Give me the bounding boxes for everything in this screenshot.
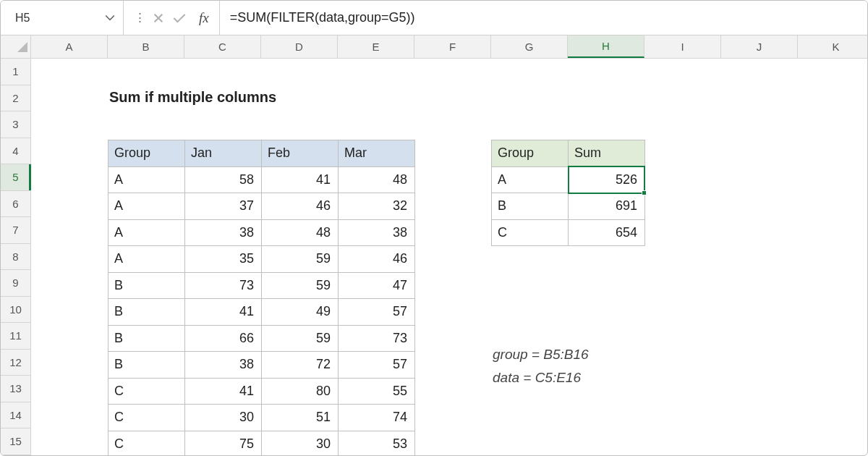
table-cell[interactable]: 48: [262, 219, 339, 246]
table-cell[interactable]: B: [109, 272, 185, 299]
table-cell[interactable]: 38: [185, 352, 262, 379]
table-cell[interactable]: A: [109, 166, 185, 193]
table-header[interactable]: Feb: [262, 140, 339, 167]
table-cell[interactable]: 30: [185, 405, 262, 431]
table-cell[interactable]: 58: [185, 166, 262, 193]
vertical-dots-icon[interactable]: ⋮: [134, 10, 144, 25]
table-cell[interactable]: 41: [185, 299, 262, 326]
main-data-table: GroupJanFebMar A584148A374632A384838A355…: [108, 140, 415, 455]
row-header-3[interactable]: 3: [1, 111, 30, 138]
column-header-C[interactable]: C: [184, 35, 261, 58]
chevron-down-icon[interactable]: [103, 11, 117, 25]
column-header-A[interactable]: A: [31, 35, 108, 58]
table-cell[interactable]: A: [109, 246, 185, 273]
table-cell[interactable]: 59: [262, 272, 339, 299]
table-cell[interactable]: A: [109, 219, 185, 246]
cancel-icon[interactable]: [153, 12, 164, 24]
table-cell[interactable]: 66: [185, 325, 262, 352]
row-header-4[interactable]: 4: [1, 138, 30, 165]
table-header[interactable]: Mar: [339, 140, 415, 167]
table-cell[interactable]: A: [109, 193, 185, 220]
row-header-15[interactable]: 15: [1, 428, 30, 455]
table-cell[interactable]: 41: [262, 166, 339, 193]
table-cell[interactable]: 53: [339, 431, 415, 455]
table-cell[interactable]: 57: [339, 352, 415, 379]
table-cell[interactable]: 73: [185, 272, 262, 299]
row-header-11[interactable]: 11: [1, 323, 30, 350]
row-header-10[interactable]: 10: [1, 297, 30, 324]
table-cell[interactable]: 35: [185, 246, 262, 273]
row-header-13[interactable]: 13: [1, 376, 30, 402]
table-cell[interactable]: 74: [339, 405, 415, 431]
column-headers: ABCDEFGHIJK: [1, 35, 867, 59]
table-header[interactable]: Sum: [569, 140, 645, 167]
table-cell[interactable]: 46: [262, 193, 339, 220]
row-header-9[interactable]: 9: [1, 270, 30, 297]
table-cell[interactable]: 59: [262, 246, 339, 273]
formula-actions: ⋮ fx: [124, 1, 220, 35]
table-cell[interactable]: 73: [339, 325, 415, 352]
fx-icon[interactable]: fx: [195, 10, 213, 26]
column-header-E[interactable]: E: [338, 35, 414, 58]
formula-input[interactable]: =SUM(FILTER(data,group=G5)): [220, 1, 867, 35]
table-row: C654: [492, 219, 645, 246]
column-header-B[interactable]: B: [108, 35, 184, 58]
row-header-5[interactable]: 5: [1, 164, 30, 191]
table-cell[interactable]: 75: [185, 431, 262, 455]
column-header-F[interactable]: F: [414, 35, 491, 58]
row-header-7[interactable]: 7: [1, 217, 30, 244]
table-cell[interactable]: 49: [262, 299, 339, 326]
table-cell[interactable]: 654: [569, 219, 645, 246]
table-cell[interactable]: 41: [185, 378, 262, 405]
row-header-1[interactable]: 1: [1, 59, 30, 85]
table-row: A584148: [109, 166, 415, 193]
table-cell[interactable]: 59: [262, 325, 339, 352]
table-cell[interactable]: C: [492, 219, 569, 246]
table-cell[interactable]: B: [109, 325, 185, 352]
table-cell[interactable]: B: [109, 352, 185, 379]
table-cell[interactable]: 47: [339, 272, 415, 299]
row-header-6[interactable]: 6: [1, 191, 30, 218]
table-cell[interactable]: C: [109, 378, 185, 405]
column-header-J[interactable]: J: [721, 35, 798, 58]
select-all-corner[interactable]: [1, 35, 31, 58]
column-header-K[interactable]: K: [798, 35, 868, 58]
table-cell[interactable]: 691: [569, 193, 645, 220]
table-header[interactable]: Group: [109, 140, 185, 167]
table-cell[interactable]: 38: [185, 219, 262, 246]
row-header-2[interactable]: 2: [1, 85, 30, 112]
table-cell[interactable]: C: [109, 405, 185, 431]
table-cell[interactable]: B: [492, 193, 569, 220]
table-row: C753053: [109, 431, 415, 455]
table-cell[interactable]: 30: [262, 431, 339, 455]
row-header-12[interactable]: 12: [1, 350, 30, 376]
table-cell[interactable]: 80: [262, 378, 339, 405]
table-cell[interactable]: 72: [262, 352, 339, 379]
table-cell[interactable]: 38: [339, 219, 415, 246]
cells-area[interactable]: Sum if multiple columns GroupJanFebMar A…: [31, 59, 867, 455]
table-cell[interactable]: 526: [569, 166, 645, 193]
sheet-title: Sum if multiple columns: [109, 89, 276, 106]
table-cell[interactable]: 46: [339, 246, 415, 273]
table-cell[interactable]: 55: [339, 378, 415, 405]
table-header[interactable]: Group: [492, 140, 569, 167]
table-cell[interactable]: 32: [339, 193, 415, 220]
column-header-I[interactable]: I: [644, 35, 721, 58]
table-cell[interactable]: 37: [185, 193, 262, 220]
table-cell[interactable]: B: [109, 299, 185, 326]
enter-icon[interactable]: [173, 12, 186, 24]
column-header-D[interactable]: D: [261, 35, 338, 58]
table-cell[interactable]: 51: [262, 405, 339, 431]
row-header-8[interactable]: 8: [1, 244, 30, 271]
table-row: B735947: [109, 272, 415, 299]
note-group: group = B5:B16: [493, 343, 589, 366]
name-box[interactable]: H5: [1, 1, 124, 35]
row-header-14[interactable]: 14: [1, 402, 30, 429]
table-cell[interactable]: 57: [339, 299, 415, 326]
table-cell[interactable]: 48: [339, 166, 415, 193]
column-header-G[interactable]: G: [491, 35, 568, 58]
table-header[interactable]: Jan: [185, 140, 262, 167]
column-header-H[interactable]: H: [568, 35, 644, 58]
table-cell[interactable]: A: [492, 166, 569, 193]
table-cell[interactable]: C: [109, 431, 185, 455]
